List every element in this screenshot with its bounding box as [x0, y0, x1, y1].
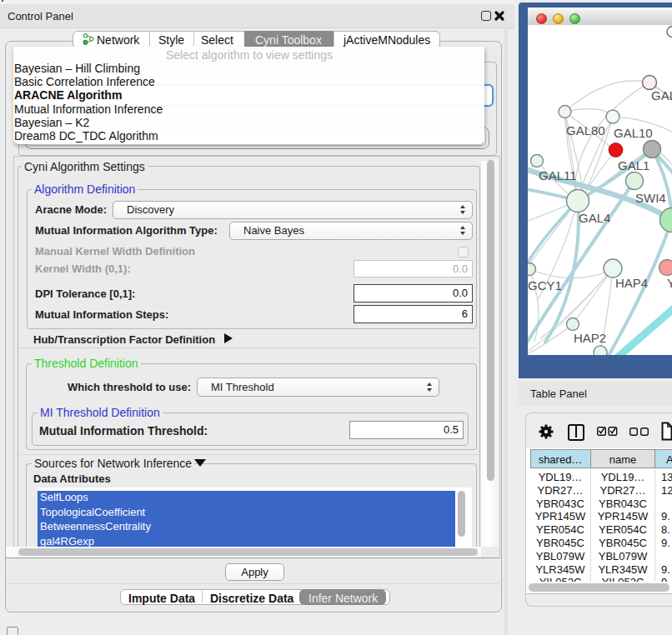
svg-text:GAL80: GAL80: [566, 123, 605, 138]
svg-text:GAL4: GAL4: [579, 211, 610, 225]
svg-text:GCY1: GCY1: [528, 278, 562, 292]
svg-text:HAP2: HAP2: [574, 331, 606, 345]
svg-text:HAP4: HAP4: [615, 276, 648, 290]
svg-text:GAL2: GAL2: [651, 88, 672, 102]
svg-text:GAL10: GAL10: [614, 126, 653, 140]
svg-text:Y: Y: [667, 276, 672, 290]
svg-text:GAL1: GAL1: [618, 158, 649, 172]
svg-text:SWI4: SWI4: [635, 191, 666, 205]
svg-text:GAL11: GAL11: [539, 168, 577, 182]
